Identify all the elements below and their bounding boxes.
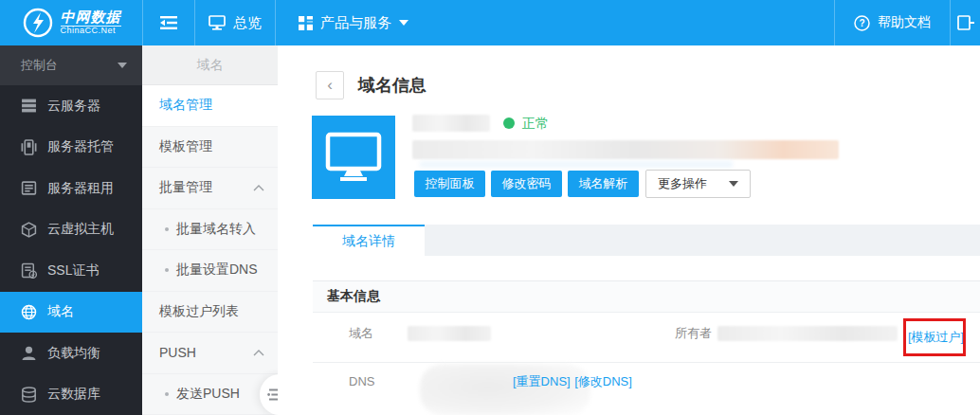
logo-subtitle: ChinaCC.Net	[61, 27, 121, 36]
console-selector-label: 控制台	[21, 57, 58, 74]
section-basic-info: 基本信息	[313, 280, 980, 313]
sidebar-item-server-rental[interactable]: 服务器租用	[0, 168, 142, 209]
sidebar-item-label: 云数据库	[47, 386, 100, 403]
chevron-up-icon	[253, 350, 264, 356]
bullet-icon	[165, 268, 169, 272]
tab-domain-details[interactable]: 域名详情	[313, 225, 425, 256]
submenu-item-label: 发送PUSH	[176, 386, 240, 403]
collapse-sidebar-button[interactable]	[142, 0, 194, 45]
redacted-domain-value	[408, 326, 491, 341]
cube-icon	[21, 222, 37, 238]
redacted-owner-value	[717, 326, 898, 341]
chevron-down-icon	[729, 181, 738, 187]
svg-text:?: ?	[859, 18, 864, 28]
bullet-icon	[165, 392, 169, 396]
modify-dns-link[interactable]: [修改DNS]	[574, 374, 632, 388]
submenu-item-send-push[interactable]: 发送PUSH	[142, 374, 278, 415]
globe-icon	[21, 304, 37, 320]
sidebar-item-label: SSL证书	[47, 262, 99, 280]
nav-products[interactable]: 产品与服务	[275, 0, 431, 45]
chevron-down-icon	[118, 63, 127, 68]
primary-sidebar: 控制台 云服务器 服务器托管	[0, 45, 142, 415]
change-password-button[interactable]: 修改密码	[491, 171, 562, 197]
tab-label: 域名详情	[342, 233, 395, 250]
nav-overview[interactable]: 总览	[194, 0, 275, 45]
chevron-up-icon	[253, 185, 264, 191]
app-window: 中网数据 ChinaCC.Net 总览	[0, 0, 980, 415]
more-actions-label: 更多操作	[658, 175, 707, 192]
domain-avatar	[312, 116, 395, 199]
page-title: 域名信息	[358, 71, 426, 99]
sidebar-item-ssl-cert[interactable]: SSL证书	[0, 250, 142, 292]
bullet-icon	[165, 227, 169, 231]
nav-products-label: 产品与服务	[320, 14, 391, 32]
brand-logo[interactable]: 中网数据 ChinaCC.Net	[0, 0, 142, 45]
reset-dns-link[interactable]: [重置DNS]	[513, 374, 571, 388]
redacted-highlight	[420, 161, 733, 168]
sidebar-item-label: 云虚拟主机	[47, 221, 114, 238]
sidebar-item-cloud-server[interactable]: 云服务器	[0, 85, 142, 127]
submenu-item-label: 模板管理	[159, 138, 212, 155]
database-icon	[21, 387, 37, 403]
more-actions-dropdown[interactable]: 更多操作	[645, 170, 751, 198]
sidebar-item-server-hosting[interactable]: 服务器托管	[0, 127, 142, 169]
submenu-item-label: 批量域名转入	[176, 221, 256, 238]
server-tower-icon	[21, 139, 37, 155]
user-icon	[21, 345, 37, 361]
row-divider	[313, 362, 980, 363]
sidebar-item-cloud-vps[interactable]: 云虚拟主机	[0, 209, 142, 251]
nav-overview-label: 总览	[233, 14, 262, 32]
sidebar-item-cloud-database[interactable]: 云数据库	[0, 374, 142, 415]
submenu-item-label: 域名管理	[159, 97, 212, 114]
submenu-item-template-management[interactable]: 模板管理	[142, 127, 278, 169]
sidebar-item-domain[interactable]: 域名	[0, 292, 142, 334]
collapse-icon	[159, 15, 178, 30]
certificate-icon	[21, 262, 37, 279]
submenu-item-batch-domain-transfer-in[interactable]: 批量域名转入	[142, 209, 278, 251]
help-icon: ?	[854, 15, 870, 31]
dns-field-label: DNS	[349, 374, 374, 388]
sidebar-item-label: 域名	[47, 303, 74, 320]
sidebar-item-label: 服务器托管	[47, 138, 114, 155]
tab-bar: 域名详情	[313, 225, 980, 256]
logo-icon	[22, 7, 54, 39]
help-docs-label: 帮助文档	[878, 14, 931, 31]
submenu-item-batch-management[interactable]: 批量管理	[142, 168, 278, 209]
submenu-item-label: 模板过户列表	[159, 303, 239, 320]
console-selector[interactable]: 控制台	[0, 45, 142, 85]
server-rack-icon	[21, 180, 37, 196]
submenu-item-template-transfer-list[interactable]: 模板过户列表	[142, 292, 278, 334]
submenu-item-batch-set-dns[interactable]: 批量设置DNS	[142, 250, 278, 292]
chevron-down-icon	[399, 20, 408, 26]
status-badge: 正常	[522, 115, 549, 132]
section-title: 基本信息	[327, 288, 380, 305]
grid-icon	[299, 16, 313, 30]
sidebar-item-load-balancer[interactable]: 负载均衡	[0, 333, 142, 374]
status-dot	[503, 117, 515, 129]
logout-button[interactable]	[950, 0, 980, 45]
submenu-item-label: PUSH	[159, 345, 196, 360]
secondary-sidebar: 域名 域名管理 模板管理 批量管理 批量域名转入 批量设置DNS 模板过户列表 …	[142, 45, 278, 415]
submenu-item-label: 批量管理	[159, 179, 212, 196]
submenu-item-domain-management[interactable]: 域名管理	[142, 85, 278, 127]
submenu-item-push[interactable]: PUSH	[142, 333, 278, 374]
owner-field-label: 所有者	[675, 325, 712, 342]
back-button[interactable]: ‹	[316, 71, 344, 99]
logout-icon	[957, 15, 974, 30]
domain-field-label: 域名	[349, 325, 373, 342]
server-stack-icon	[21, 98, 37, 114]
top-navbar: 中网数据 ChinaCC.Net 总览	[0, 0, 980, 45]
sidebar-item-label: 服务器租用	[47, 180, 114, 197]
help-docs-button[interactable]: ? 帮助文档	[834, 0, 950, 45]
redacted-domain-name	[412, 115, 490, 132]
submenu-header-label: 域名	[197, 57, 224, 74]
control-panel-button[interactable]: 控制面板	[414, 171, 485, 197]
submenu-header: 域名	[142, 45, 278, 85]
sidebar-item-label: 云服务器	[47, 98, 100, 115]
sidebar-item-label: 负载均衡	[47, 345, 100, 362]
template-transfer-link[interactable]: [模板过户]	[908, 329, 964, 346]
monitor-icon	[209, 15, 226, 30]
submenu-item-label: 批量设置DNS	[176, 262, 258, 279]
domain-resolution-button[interactable]: 域名解析	[568, 171, 639, 197]
dns-links: [重置DNS] [修改DNS]	[513, 372, 632, 390]
